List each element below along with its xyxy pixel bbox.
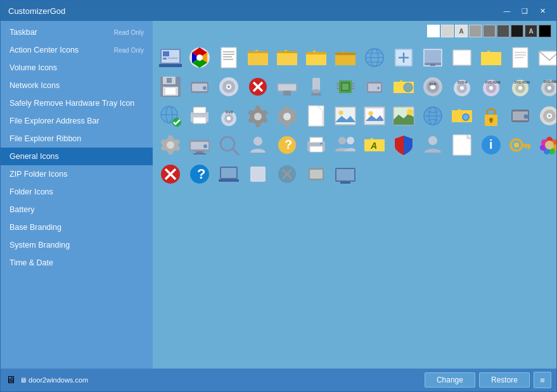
- minimize-button[interactable]: —: [498, 4, 516, 17]
- restore-button[interactable]: Restore: [479, 372, 530, 388]
- color-swatch-dark-gray1[interactable]: [483, 25, 496, 37]
- icon-cell[interactable]: [157, 102, 184, 130]
- icon-cell[interactable]: [215, 44, 243, 72]
- sidebar-item-file-explorer-ribbon[interactable]: File Explorer Ribbon: [1, 130, 153, 148]
- bottom-bar: 🖥 🖥 door2windows.com Change Restore ≡: [1, 369, 556, 391]
- menu-button[interactable]: ≡: [534, 372, 551, 388]
- icon-cell[interactable]: DVD-RAM: [477, 73, 505, 101]
- sidebar-item-zip-folder[interactable]: ZIP Folder Icons: [1, 165, 153, 183]
- color-bar: A A: [153, 21, 556, 40]
- icon-cell[interactable]: [215, 73, 243, 101]
- change-button[interactable]: Change: [425, 372, 475, 388]
- icon-cell[interactable]: [186, 44, 214, 72]
- icon-cell[interactable]: [302, 160, 330, 188]
- icon-cell[interactable]: [506, 102, 534, 130]
- icon-cell[interactable]: i: [477, 131, 505, 159]
- icon-cell[interactable]: [331, 102, 359, 130]
- icon-cell[interactable]: [215, 160, 243, 188]
- icon-cell[interactable]: [419, 44, 447, 72]
- icon-cell[interactable]: [302, 73, 330, 101]
- sidebar-item-base-branding[interactable]: Base Branding: [1, 218, 153, 236]
- icon-cell[interactable]: [244, 160, 272, 188]
- icon-cell[interactable]: [331, 160, 359, 188]
- icon-cell[interactable]: [215, 131, 243, 159]
- icon-cell[interactable]: DVD: [215, 102, 243, 130]
- icon-cell[interactable]: [390, 131, 418, 159]
- icon-cell[interactable]: [273, 160, 301, 188]
- icon-cell[interactable]: [302, 44, 330, 72]
- sidebar-item-volume[interactable]: Volume Icons: [1, 59, 153, 77]
- color-swatch-light-gray[interactable]: [441, 25, 454, 37]
- icon-cell[interactable]: [477, 102, 505, 130]
- icon-cell[interactable]: [390, 73, 418, 101]
- sidebar-item-battery[interactable]: Battery: [1, 201, 153, 218]
- sidebar-item-file-explorer-address[interactable]: File Explorer Address Bar: [1, 112, 153, 130]
- icon-cell[interactable]: [244, 73, 272, 101]
- icon-cell[interactable]: [361, 102, 388, 130]
- icons-scroll-area[interactable]: ♪: [153, 40, 556, 369]
- icon-cell[interactable]: A: [361, 131, 388, 159]
- icon-cell[interactable]: [448, 131, 476, 159]
- color-swatch-label-a[interactable]: A: [455, 25, 468, 37]
- color-swatch-mid-gray[interactable]: [469, 25, 482, 37]
- icon-cell[interactable]: [419, 131, 447, 159]
- color-swatch-white[interactable]: [427, 25, 440, 37]
- icon-cell[interactable]: [186, 131, 214, 159]
- sidebar-item-action-center[interactable]: Action Center Icons Read Only: [1, 41, 153, 59]
- icon-cell[interactable]: [331, 131, 359, 159]
- svg-rect-20: [335, 53, 355, 55]
- icon-cell[interactable]: [244, 102, 272, 130]
- sidebar-item-folder-icons[interactable]: Folder Icons: [1, 183, 153, 201]
- icon-cell[interactable]: [186, 73, 214, 101]
- color-swatch-black2[interactable]: [539, 25, 551, 37]
- icon-cell[interactable]: [361, 73, 388, 101]
- icon-cell[interactable]: [535, 102, 556, 130]
- sidebar-item-general-icons[interactable]: General Icons: [1, 148, 153, 165]
- icon-cell[interactable]: [361, 44, 388, 72]
- main-content: Taskbar Read Only Action Center Icons Re…: [1, 21, 556, 369]
- icon-cell[interactable]: DVD: [419, 73, 447, 101]
- sidebar-item-network[interactable]: Network Icons: [1, 77, 153, 94]
- close-button[interactable]: ✕: [534, 4, 551, 17]
- icon-cell[interactable]: DVD-RW: [535, 73, 556, 101]
- icon-cell[interactable]: [448, 44, 476, 72]
- icon-cell[interactable]: DVD-ROM: [506, 73, 534, 101]
- svg-rect-246: [219, 179, 239, 182]
- icon-cell[interactable]: [390, 102, 418, 130]
- icon-cell[interactable]: [273, 44, 301, 72]
- icon-cell[interactable]: [419, 102, 447, 130]
- icon-cell[interactable]: [331, 44, 359, 72]
- icon-cell[interactable]: [244, 131, 272, 159]
- icon-cell[interactable]: [535, 131, 556, 159]
- icon-cell[interactable]: [302, 131, 330, 159]
- icon-cell[interactable]: [535, 44, 556, 72]
- icon-cell[interactable]: [244, 44, 272, 72]
- icon-cell[interactable]: [157, 44, 184, 72]
- icon-cell[interactable]: ?: [186, 160, 214, 188]
- icon-cell[interactable]: ?: [273, 131, 301, 159]
- icon-cell[interactable]: [302, 102, 330, 130]
- color-swatch-black[interactable]: [511, 25, 523, 37]
- maximize-button[interactable]: ❑: [516, 4, 534, 17]
- icon-cell[interactable]: [186, 102, 214, 130]
- icon-cell[interactable]: [448, 102, 476, 130]
- color-swatch-label-a-dark[interactable]: A: [525, 25, 537, 37]
- icon-cell[interactable]: [331, 73, 359, 101]
- icon-cell[interactable]: [157, 160, 184, 188]
- icon-cell[interactable]: [390, 44, 418, 72]
- icon-cell[interactable]: [506, 44, 534, 72]
- sidebar-item-safely-remove[interactable]: Safely Remove Hardware Tray Icon: [1, 94, 153, 112]
- icon-cell[interactable]: [273, 102, 301, 130]
- icon-cell[interactable]: DVD-R: [448, 73, 476, 101]
- icon-cell[interactable]: [477, 44, 505, 72]
- color-swatch-dark-gray2[interactable]: [497, 25, 509, 37]
- sidebar-item-system-branding[interactable]: System Branding: [1, 236, 153, 254]
- icon-cell[interactable]: [157, 73, 184, 101]
- sidebar-item-taskbar[interactable]: Taskbar Read Only: [1, 23, 153, 41]
- sidebar-item-time-date[interactable]: Time & Date: [1, 254, 153, 272]
- icon-cell[interactable]: [273, 73, 301, 101]
- svg-rect-77: [342, 84, 349, 90]
- icon-cell[interactable]: [506, 131, 534, 159]
- svg-rect-73: [314, 89, 319, 93]
- icon-cell[interactable]: [157, 131, 184, 159]
